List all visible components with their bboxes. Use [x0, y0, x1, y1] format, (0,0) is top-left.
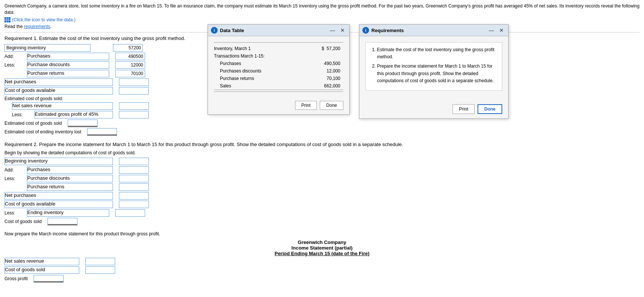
net-sales-revenue-value-field[interactable]	[119, 102, 149, 110]
req2-purchase-discounts-value-field[interactable]	[119, 175, 149, 182]
requirements-info-icon: i	[362, 27, 369, 34]
req2-cost-goods-available-value-field[interactable]	[119, 201, 149, 208]
less-label-2: Less:	[12, 112, 34, 117]
requirements-dialog-header: i Requirements — ✕	[359, 25, 508, 36]
table-row: Purchases discounts 12,000	[214, 67, 343, 75]
estimated-cogs-label: Estimated cost of goods sold	[4, 121, 62, 126]
table-row: Sales 662,000	[214, 82, 343, 90]
table-cell-value: 662,000	[303, 82, 343, 90]
estimated-ending-value-field[interactable]	[87, 128, 117, 136]
income-gross-profit-label: Gross profit	[4, 276, 28, 281]
beginning-inventory-field[interactable]: Beginning inventory	[4, 44, 91, 52]
req2-title: Requirement 2. Prepare the income statem…	[4, 142, 640, 147]
req2-less-label-1: Less:	[4, 176, 27, 181]
income-net-sales-value-field[interactable]	[85, 258, 115, 265]
requirements-footer: Print Done	[359, 101, 508, 118]
estimated-cost-label: Estimated cost of goods sold:	[4, 96, 63, 101]
data-table-dialog: i Data Table — ✕ Inventory, March 1 $ 57…	[208, 24, 350, 115]
svg-rect-0	[4, 17, 10, 22]
req2-purchase-discounts-field[interactable]: Purchase discounts	[27, 175, 113, 182]
requirements-list: Estimate the cost of the lost inventory …	[369, 46, 498, 84]
table-cell-label: Inventory, March 1	[214, 45, 303, 52]
beginning-inventory-value-field[interactable]: 57200	[113, 44, 143, 52]
requirements-title: Requirements	[371, 28, 485, 33]
requirements-done-btn[interactable]: Done	[478, 104, 502, 114]
req2-net-purchases-field[interactable]: Net purchases	[4, 192, 113, 199]
data-icon-link[interactable]: (Click the icon to view the data.)	[4, 17, 640, 22]
req2-purchase-returns-field[interactable]: Purchase returns	[27, 183, 113, 191]
data-table-done-btn[interactable]: Done	[320, 101, 343, 110]
req2-add-label: Add:	[4, 167, 27, 173]
req2-cogs-row: Cost of goods sold	[4, 218, 640, 225]
purchase-discounts-value-field[interactable]: 12000	[115, 61, 145, 69]
req2-ending-inventory-field[interactable]: Ending inventory	[27, 209, 109, 217]
data-table-print-btn[interactable]: Print	[295, 101, 317, 110]
requirements-dialog: i Requirements — ✕ Estimate the cost of …	[359, 24, 509, 119]
table-cell-value: 12,000	[303, 67, 343, 75]
cost-goods-available-field[interactable]: Cost of goods available	[4, 87, 113, 95]
purchases-value-field[interactable]: 490500	[115, 53, 145, 60]
req2-cost-goods-available-row: Cost of goods available	[4, 201, 640, 208]
req2-ending-inventory-value-field[interactable]	[115, 209, 145, 217]
estimated-cogs-row: Estimated cost of goods sold	[4, 120, 640, 127]
less-label-1: Less:	[4, 62, 27, 68]
income-gross-profit-row: Gross profit	[4, 275, 640, 282]
requirements-link[interactable]: requirements	[24, 24, 50, 29]
req2-net-purchases-row: Net purchases	[4, 192, 640, 199]
table-row: Inventory, March 1 $ 57,200	[214, 45, 343, 52]
company-name: Greenwich Company	[4, 239, 640, 245]
net-sales-revenue-field[interactable]: Net sales revenue	[12, 102, 113, 110]
now-prepare-text: Now prepare the March income statement f…	[4, 231, 640, 236]
req2-beginning-inventory-field[interactable]: Beginning inventory	[4, 158, 113, 165]
req2-cogs-value-field[interactable]	[47, 218, 77, 225]
intro-text: Greenwich Company, a camera store, lost …	[4, 3, 640, 16]
requirement-item-2: Prepare the income statement for March 1…	[377, 63, 498, 84]
requirements-close-btn[interactable]: ✕	[498, 27, 505, 33]
data-table-footer: Print Done	[208, 98, 349, 114]
data-table-close-btn[interactable]: ✕	[339, 27, 346, 33]
estimated-cogs-value-field[interactable]	[68, 120, 98, 127]
req2-cogs-label: Cost of goods sold	[4, 219, 42, 224]
income-net-sales-row: Net sales revenue	[4, 258, 640, 265]
purchase-discounts-field[interactable]: Purchase discounts	[27, 61, 109, 69]
cost-goods-available-value-field[interactable]	[119, 87, 149, 95]
requirements-controls: — ✕	[487, 27, 505, 33]
net-purchases-field[interactable]: Net purchases	[4, 78, 113, 86]
data-table-content: Inventory, March 1 $ 57,200 Transactions…	[214, 42, 343, 92]
net-purchases-value-field[interactable]	[119, 78, 149, 86]
req2-beginning-value-field[interactable]	[119, 158, 149, 165]
req2-net-purchases-value-field[interactable]	[119, 192, 149, 199]
income-cogs-value-field[interactable]	[85, 266, 115, 274]
requirement-item-1: Estimate the cost of the lost inventory …	[377, 46, 498, 61]
period-label: Period Ending March 15 (date of the Fire…	[4, 251, 640, 256]
estimated-gross-profit-value-field[interactable]	[119, 111, 149, 118]
income-net-sales-field[interactable]: Net sales revenue	[4, 258, 79, 265]
req2-beginning-inventory-row: Beginning inventory	[4, 158, 640, 165]
data-table-body: Inventory, March 1 $ 57,200 Transactions…	[208, 36, 349, 98]
table-cell-label: Transactions March 1-15:	[214, 52, 303, 60]
req2-cost-goods-available-field[interactable]: Cost of goods available	[4, 201, 113, 208]
req2-less-ending-inventory-row: Less: Ending inventory	[4, 209, 640, 217]
estimated-gross-profit-field[interactable]: Estimated gross profit of 45%	[34, 111, 113, 118]
purchases-field[interactable]: Purchases	[27, 53, 109, 60]
add-label: Add:	[4, 54, 27, 59]
income-gross-profit-value-field[interactable]	[34, 275, 64, 282]
requirements-print-btn[interactable]: Print	[453, 104, 475, 114]
purchase-returns-field[interactable]: Purchase returns	[27, 70, 109, 77]
table-cell-value: $ 57,200	[303, 45, 343, 52]
req2-purchases-value-field[interactable]	[119, 166, 149, 174]
income-cogs-field[interactable]: Cost of goods sold	[4, 266, 79, 274]
data-table-minimize-btn[interactable]: —	[328, 27, 337, 33]
req2-purchases-field[interactable]: Purchases	[27, 166, 113, 174]
table-cell-label: Sales	[214, 82, 303, 90]
requirements-list-box: Estimate the cost of the lost inventory …	[365, 42, 502, 91]
req2-purchase-returns-value-field[interactable]	[119, 183, 149, 191]
estimated-ending-label: Estimated cost of ending inventory lost	[4, 129, 81, 134]
data-table-dialog-header: i Data Table — ✕	[208, 25, 349, 36]
requirements-body: Estimate the cost of the lost inventory …	[359, 36, 508, 101]
requirements-minimize-btn[interactable]: —	[487, 27, 496, 33]
table-row: Transactions March 1-15:	[214, 52, 343, 60]
purchase-returns-value-field[interactable]: 70100	[115, 70, 145, 77]
table-cell-value: 490,500	[303, 60, 343, 67]
table-icon	[4, 17, 10, 22]
